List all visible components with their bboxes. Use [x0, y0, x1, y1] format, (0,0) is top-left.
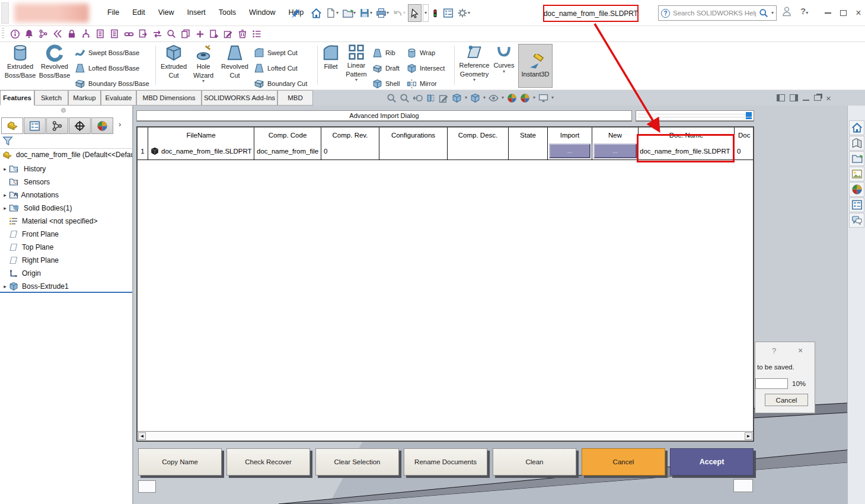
tab-mbd-dimensions[interactable]: MBD Dimensions — [136, 90, 202, 106]
undo-checkout-icon[interactable] — [50, 27, 65, 40]
doc-restore-icon[interactable] — [814, 95, 821, 101]
search-dropdown-arrow[interactable]: ▾ — [771, 11, 774, 15]
maximize-button[interactable] — [836, 6, 850, 20]
select-dropdown-arrow[interactable]: ▾ — [423, 4, 429, 22]
home-button[interactable] — [309, 4, 323, 22]
tree-item-right-plane[interactable]: Right Plane — [0, 254, 59, 267]
rename-documents-button[interactable]: Rename Documents — [404, 448, 487, 476]
zoom-area-icon[interactable] — [400, 93, 410, 103]
check-recover-button[interactable]: Check Recover — [226, 448, 310, 476]
import-browse-button[interactable]: ... — [549, 143, 591, 158]
collapse-panel-right-icon[interactable] — [790, 94, 798, 101]
view-palette-icon[interactable] — [849, 167, 864, 181]
view-settings-dropdown-arrow[interactable]: ▾ — [551, 95, 554, 100]
help-button[interactable]: ?▾ — [800, 6, 808, 16]
col-header-comp-rev[interactable]: Comp. Rev. — [321, 127, 379, 142]
tab-display-manager[interactable] — [91, 117, 113, 134]
options-dropdown-arrow[interactable]: ▾ — [468, 11, 470, 15]
reference-geometry-dropdown-arrow[interactable]: ▾ — [473, 78, 475, 82]
menu-view[interactable]: View — [152, 0, 181, 25]
graphics-viewport[interactable]: Advanced Import Dialog FileName Comp. Co… — [133, 106, 865, 504]
menu-edit[interactable]: Edit — [126, 0, 152, 25]
linear-pattern-button[interactable]: Linear Pattern ▾ — [343, 44, 370, 88]
cell-state[interactable] — [509, 142, 548, 160]
search-input[interactable]: Search SOLIDWORKS Help — [673, 9, 756, 17]
table-horizontal-scrollbar[interactable]: ◄ ► — [138, 431, 753, 441]
edit-appearance-icon[interactable] — [507, 93, 517, 103]
extruded-cut-button[interactable]: Extruded Cut — [159, 44, 189, 88]
help-search-box[interactable]: ? Search SOLIDWORKS Help ▾ — [658, 5, 777, 21]
tree-root-item[interactable]: doc_name_from_file (Default<<Defau — [0, 148, 133, 161]
cancel-button[interactable]: Cancel — [582, 448, 665, 476]
document-card-icon[interactable] — [107, 27, 122, 40]
add-icon[interactable] — [193, 27, 207, 40]
scroll-right-arrow[interactable]: ► — [745, 432, 752, 440]
taskpane-home-icon[interactable] — [849, 120, 864, 135]
preview-icon[interactable] — [164, 27, 178, 40]
minimize-button[interactable] — [821, 6, 835, 20]
new-dropdown-arrow[interactable]: ▾ — [336, 11, 339, 15]
options-button[interactable]: ▾ — [456, 4, 471, 22]
swept-cut-button[interactable]: Swept Cut — [254, 46, 298, 60]
zoom-fit-icon[interactable] — [387, 93, 397, 103]
workflow-icon[interactable] — [79, 27, 93, 40]
tree-item-front-plane[interactable]: Front Plane — [0, 228, 59, 241]
tab-evaluate[interactable]: Evaluate — [101, 90, 136, 106]
accept-button[interactable]: Accept — [670, 448, 754, 476]
scrollbar-thumb[interactable] — [746, 112, 752, 119]
menu-file[interactable]: File — [101, 0, 126, 25]
tab-solidworks-add-ins[interactable]: SOLIDWORKS Add-Ins — [202, 90, 277, 106]
tab-dimxpert-manager[interactable] — [69, 117, 91, 134]
intersect-button[interactable]: Intersect — [407, 61, 445, 75]
menu-insert[interactable]: Insert — [181, 0, 212, 25]
hide-show-dropdown-arrow[interactable]: ▾ — [502, 95, 504, 100]
tree-item-history[interactable]: ▸ History — [0, 162, 46, 176]
import-dialog-titlebar[interactable]: Advanced Import Dialog — [136, 110, 632, 121]
tree-item-material[interactable]: Material <not specified> — [0, 215, 97, 228]
instant3d-toggle[interactable]: Instant3D — [518, 44, 553, 88]
hide-show-items-icon[interactable] — [489, 93, 499, 103]
col-header-doc[interactable]: Doc — [735, 127, 753, 142]
hole-wizard-button[interactable]: Hole Wizard ▾ — [190, 44, 217, 88]
open-button[interactable]: ▾ — [341, 4, 357, 22]
info-icon[interactable] — [8, 27, 22, 40]
curves-dropdown-arrow[interactable]: ▾ — [503, 69, 505, 74]
cell-filename[interactable]: doc_name_from_file.SLDPRT — [148, 142, 254, 160]
previous-view-icon[interactable] — [413, 93, 423, 103]
cell-doc[interactable]: 0 — [735, 142, 753, 160]
apply-scene-dropdown-arrow[interactable]: ▾ — [533, 95, 535, 100]
panel-expand-chevron[interactable]: › — [119, 120, 121, 129]
col-header-comp-desc[interactable]: Comp. Desc. — [448, 127, 509, 142]
progress-help-icon[interactable]: ? — [772, 346, 776, 355]
shell-button[interactable]: Shell — [372, 76, 400, 91]
custom-properties-icon[interactable] — [849, 197, 864, 212]
progress-cancel-button[interactable]: Cancel — [765, 394, 808, 406]
new-browse-button[interactable]: ... — [593, 143, 637, 158]
task-list-icon[interactable] — [250, 27, 264, 40]
doc-close-icon[interactable]: × — [826, 93, 831, 103]
draft-button[interactable]: Draft — [372, 61, 400, 75]
collapse-panel-left-icon[interactable] — [777, 94, 785, 101]
forum-icon[interactable] — [849, 213, 864, 228]
col-header-filename[interactable]: FileName — [148, 127, 254, 142]
fillet-button[interactable]: Fillet — [320, 44, 341, 88]
appearances-icon[interactable] — [849, 182, 864, 197]
file-explorer-icon[interactable] — [849, 151, 864, 166]
new-document-button[interactable]: ▾ — [324, 4, 340, 22]
help-dropdown-arrow[interactable]: ▾ — [806, 10, 808, 15]
col-header-configurations[interactable]: Configurations — [379, 127, 448, 142]
tree-item-boss-extrude1[interactable]: ▸ Boss-Extrude1 — [0, 280, 69, 293]
col-header-state[interactable]: State — [509, 127, 548, 142]
clear-selection-button[interactable]: Clear Selection — [315, 448, 399, 476]
view-orientation-dropdown-arrow[interactable]: ▾ — [465, 95, 467, 100]
tree-item-annotations[interactable]: ▸ A Annotations — [0, 189, 59, 202]
search-icon[interactable] — [759, 8, 768, 18]
close-button[interactable]: × — [851, 6, 865, 20]
tab-feature-manager[interactable] — [1, 117, 23, 134]
scroll-left-arrow[interactable]: ◄ — [138, 432, 146, 440]
menu-tools[interactable]: Tools — [212, 0, 242, 25]
revolved-cut-button[interactable]: Revolved Cut — [219, 44, 250, 88]
lofted-cut-button[interactable]: Lofted Cut — [254, 61, 298, 75]
linear-pattern-dropdown-arrow[interactable]: ▾ — [355, 78, 358, 82]
view-settings-icon[interactable] — [538, 93, 548, 103]
